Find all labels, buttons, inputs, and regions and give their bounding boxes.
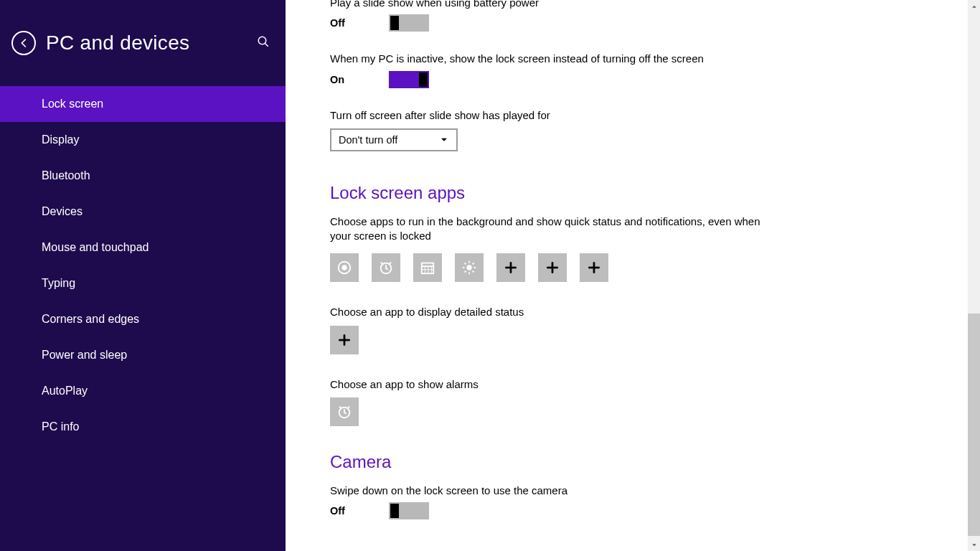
svg-line-19: [473, 263, 474, 265]
vertical-scrollbar[interactable]: [968, 0, 980, 551]
page-title: PC and devices: [46, 32, 189, 55]
plus-icon: [586, 260, 602, 276]
chevron-down-icon: [971, 542, 978, 549]
sidebar-item-lock-screen[interactable]: Lock screen: [0, 86, 286, 122]
sidebar-item-label: Power and sleep: [42, 349, 127, 362]
sidebar-item-bluetooth[interactable]: Bluetooth: [0, 158, 286, 194]
svg-point-0: [258, 37, 266, 44]
svg-line-18: [464, 271, 466, 273]
setting-label: Swipe down on the lock screen to use the…: [330, 484, 937, 498]
sidebar-item-pc-info[interactable]: PC info: [0, 409, 286, 445]
search-icon: [257, 35, 270, 48]
battery-slideshow-toggle[interactable]: [389, 14, 429, 32]
alarms-app-slot[interactable]: [330, 397, 359, 426]
search-button[interactable]: [257, 35, 270, 51]
sidebar-item-label: Lock screen: [42, 98, 103, 110]
svg-point-11: [466, 265, 471, 270]
setting-turnoff-after: Turn off screen after slide show has pla…: [330, 108, 937, 151]
toggle-state-text: Off: [330, 17, 389, 29]
quick-status-slot-6-add[interactable]: [538, 253, 567, 282]
turnoff-after-select[interactable]: Don't turn off: [330, 128, 458, 151]
quick-status-slot-1[interactable]: [330, 253, 359, 282]
setting-battery-slideshow: Play a slide show when using battery pow…: [330, 0, 937, 32]
sidebar-item-display[interactable]: Display: [0, 122, 286, 158]
sidebar-item-corners-edges[interactable]: Corners and edges: [0, 301, 286, 337]
svg-point-3: [341, 265, 347, 270]
alarms-app-label: Choose an app to show alarms: [330, 377, 937, 392]
sidebar-item-mouse-touchpad[interactable]: Mouse and touchpad: [0, 230, 286, 265]
toggle-state-text: Off: [330, 505, 389, 517]
setting-label: Turn off screen after slide show has pla…: [330, 108, 937, 123]
chevron-down-icon: [439, 135, 449, 145]
sidebar-item-autoplay[interactable]: AutoPlay: [0, 373, 286, 409]
detailed-status-slot-add[interactable]: [330, 326, 359, 354]
inactive-lockscreen-toggle[interactable]: [389, 71, 429, 88]
alarm-icon: [336, 404, 352, 420]
svg-line-16: [464, 263, 466, 265]
quick-status-slot-4[interactable]: [455, 253, 484, 282]
quick-status-slots: [330, 253, 937, 282]
setting-label: When my PC is inactive, show the lock sc…: [330, 52, 937, 66]
quick-status-slot-5-add[interactable]: [496, 253, 525, 282]
quick-status-slot-7-add[interactable]: [580, 253, 608, 282]
svg-line-17: [473, 271, 474, 273]
toggle-state-text: On: [330, 74, 389, 85]
sidebar-item-label: Display: [42, 133, 79, 146]
sidebar-item-power-sleep[interactable]: Power and sleep: [0, 337, 286, 373]
main-content: Play a slide show when using battery pow…: [286, 0, 980, 551]
sidebar-item-label: PC info: [42, 420, 79, 433]
scroll-up-button[interactable]: [968, 0, 980, 12]
quick-status-slot-2[interactable]: [372, 253, 400, 282]
sidebar-item-label: Typing: [42, 277, 75, 290]
alarm-icon: [378, 260, 394, 276]
calendar-icon: [420, 260, 435, 276]
camera-heading: Camera: [330, 452, 937, 472]
sidebar-item-label: Corners and edges: [42, 313, 139, 326]
nav-list: Lock screen Display Bluetooth Devices Mo…: [0, 86, 286, 445]
chevron-up-icon: [971, 3, 978, 10]
setting-camera-swipe: Swipe down on the lock screen to use the…: [330, 484, 937, 519]
back-arrow-icon: [17, 37, 30, 50]
back-button[interactable]: [11, 31, 36, 55]
sidebar: PC and devices Lock screen Display Bluet…: [0, 0, 286, 551]
setting-label: Play a slide show when using battery pow…: [330, 0, 937, 10]
plus-icon: [545, 260, 560, 276]
plus-icon: [336, 332, 352, 348]
sidebar-item-label: AutoPlay: [42, 385, 88, 397]
scroll-down-button[interactable]: [968, 539, 980, 551]
camera-swipe-toggle[interactable]: [389, 502, 429, 519]
svg-line-1: [265, 43, 268, 47]
sidebar-item-label: Devices: [42, 205, 83, 218]
select-value: Don't turn off: [339, 134, 397, 146]
quick-status-description: Choose apps to run in the background and…: [330, 215, 768, 244]
lockscreen-apps-heading: Lock screen apps: [330, 183, 937, 203]
sidebar-header: PC and devices: [0, 0, 286, 86]
setting-inactive-lockscreen: When my PC is inactive, show the lock sc…: [330, 52, 937, 88]
record-icon: [336, 260, 352, 276]
quick-status-slot-3[interactable]: [413, 253, 442, 282]
sidebar-item-label: Mouse and touchpad: [42, 241, 149, 254]
plus-icon: [503, 260, 519, 276]
scroll-thumb[interactable]: [968, 314, 980, 536]
sidebar-item-typing[interactable]: Typing: [0, 265, 286, 301]
sidebar-item-label: Bluetooth: [42, 169, 90, 182]
weather-icon: [461, 260, 477, 276]
scroll-track[interactable]: [968, 12, 980, 539]
detailed-status-label: Choose an app to display detailed status: [330, 305, 937, 319]
sidebar-item-devices[interactable]: Devices: [0, 194, 286, 230]
